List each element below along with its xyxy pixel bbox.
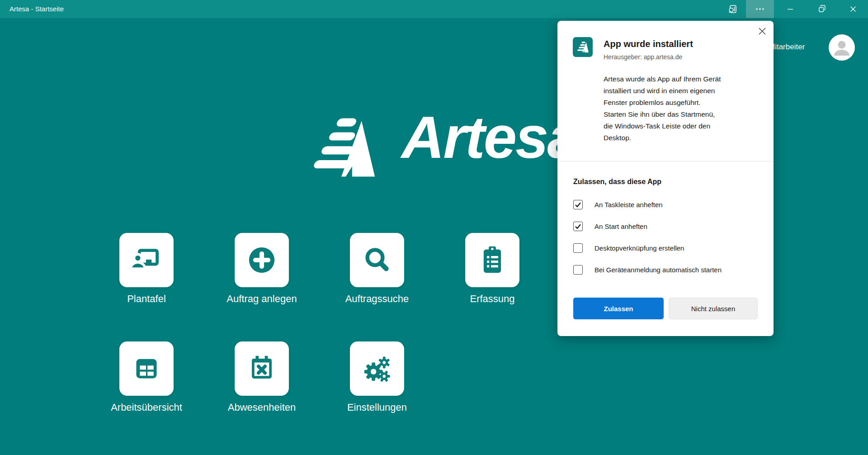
artesa-logo-icon — [313, 113, 376, 182]
tile-arbeitsuebersicht: Arbeitsübersicht — [92, 341, 201, 413]
app-window: Artesa - Startseite — [0, 0, 868, 455]
window-title: Artesa - Startseite — [9, 0, 64, 18]
window-close-button[interactable] — [838, 0, 868, 18]
search-in-app-icon — [726, 3, 738, 15]
option-label: Desktopverknüpfung erstellen — [594, 244, 684, 252]
avatar[interactable] — [829, 34, 855, 61]
tile-erfassung-button[interactable] — [465, 233, 519, 287]
checkbox[interactable] — [573, 200, 583, 209]
checkmark-icon — [574, 201, 582, 209]
dialog-close-button[interactable] — [757, 26, 767, 36]
tile-einstellungen-button[interactable] — [350, 341, 404, 396]
option-autostart[interactable]: Bei Geräteanmeldung automatisch starten — [573, 263, 722, 276]
artesa-logo-icon — [577, 41, 589, 53]
tile-arbeitsuebersicht-button[interactable] — [119, 341, 174, 396]
tile-auftrag-anlegen-button[interactable] — [235, 233, 289, 287]
person-icon — [829, 34, 855, 61]
dialog-title: App wurde installiert — [604, 39, 693, 49]
tile-plantafel: Plantafel — [92, 233, 201, 305]
tile-auftragssuche: Auftragssuche — [323, 233, 431, 305]
search-icon — [361, 244, 393, 276]
artesa-app-icon — [573, 37, 593, 57]
table-grid-icon — [130, 352, 163, 385]
option-pin-start[interactable]: An Start anheften — [573, 219, 722, 233]
option-desktop-shortcut[interactable]: Desktopverknüpfung erstellen — [573, 241, 722, 255]
gears-icon — [361, 352, 393, 385]
more-options-button[interactable] — [746, 0, 774, 18]
allow-button[interactable]: Zulassen — [573, 298, 664, 319]
app-logo-text: Artesa — [401, 103, 579, 171]
dialog-section-heading: Zulassen, dass diese App — [573, 178, 661, 186]
checkbox[interactable] — [573, 243, 583, 253]
tile-label: Erfassung — [438, 293, 547, 305]
deny-button[interactable]: Nicht zulassen — [669, 298, 758, 319]
dialog-body-text: Artesa wurde als App auf Ihrem Gerät ins… — [604, 73, 762, 144]
checkbox[interactable] — [573, 222, 583, 231]
close-icon — [758, 27, 767, 36]
user-role-label[interactable]: Mitarbeiter — [769, 43, 821, 52]
more-options-icon — [755, 4, 765, 14]
restore-icon — [816, 4, 827, 14]
dialog-header: App wurde installiert Herausgeber: app.a… — [573, 37, 693, 61]
dialog-publisher: Herausgeber: app.artesa.de — [604, 53, 693, 61]
dialog-divider — [557, 161, 774, 161]
tile-label: Einstellungen — [323, 402, 431, 413]
tile-abwesenheiten-button[interactable] — [235, 341, 289, 396]
option-label: Bei Geräteanmeldung automatisch starten — [594, 266, 722, 274]
checkmark-icon — [574, 223, 582, 230]
clipboard-list-icon — [476, 244, 509, 276]
restore-button[interactable] — [807, 0, 837, 18]
search-in-app-button[interactable] — [722, 0, 743, 18]
tile-label: Auftrag anlegen — [208, 293, 316, 305]
presentation-board-icon — [130, 244, 163, 276]
option-pin-taskbar[interactable]: An Taskleiste anheften — [573, 198, 722, 211]
dialog-options: An Taskleiste anheften An Start anheften… — [573, 198, 722, 284]
tile-auftragssuche-button[interactable] — [350, 233, 404, 287]
tile-label: Plantafel — [92, 293, 201, 305]
tile-label: Auftragssuche — [323, 293, 431, 305]
tile-label: Arbeitsübersicht — [92, 402, 201, 413]
close-icon — [848, 4, 859, 14]
calendar-x-icon — [245, 352, 278, 385]
checkbox[interactable] — [573, 265, 583, 275]
tile-erfassung: Erfassung — [438, 233, 547, 305]
minimize-button[interactable] — [775, 0, 806, 18]
tile-plantafel-button[interactable] — [119, 233, 174, 287]
tile-auftrag-anlegen: Auftrag anlegen — [208, 233, 316, 305]
option-label: An Taskleiste anheften — [594, 201, 663, 209]
add-circle-icon — [245, 244, 278, 276]
app-logo: Artesa — [313, 113, 579, 182]
titlebar: Artesa - Startseite — [0, 0, 868, 18]
tile-abwesenheiten: Abwesenheiten — [208, 341, 316, 413]
app-installed-dialog: App wurde installiert Herausgeber: app.a… — [557, 21, 774, 336]
tile-label: Abwesenheiten — [208, 402, 316, 413]
minimize-icon — [785, 4, 796, 14]
option-label: An Start anheften — [594, 223, 647, 230]
tile-einstellungen: Einstellungen — [323, 341, 431, 413]
